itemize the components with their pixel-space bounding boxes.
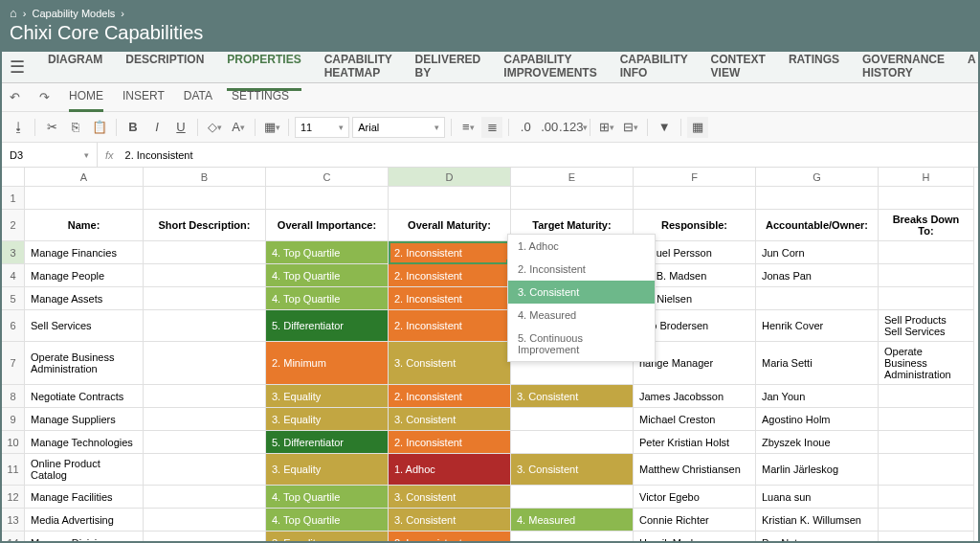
- cell-breaks-down[interactable]: Operate Business Administration: [879, 342, 974, 385]
- grid-icon[interactable]: ▦: [687, 117, 708, 138]
- cell-breaks-down[interactable]: Sell Products Sell Services: [879, 310, 974, 342]
- font-size-dropdown[interactable]: 11▾: [295, 117, 349, 138]
- cell-name[interactable]: Manage Divisions: [25, 532, 144, 543]
- cell-name[interactable]: Operate Business Administration: [25, 342, 144, 385]
- cell-importance[interactable]: 5. Differentiator: [266, 310, 389, 342]
- cell-maturity[interactable]: 3. Consistent: [389, 342, 511, 385]
- cell-name[interactable]: Manage Financies: [25, 241, 144, 264]
- main-tab-capability-info[interactable]: CAPABILITY INFO: [620, 44, 688, 91]
- row-header[interactable]: 6: [2, 310, 25, 342]
- cell-target-maturity[interactable]: [511, 532, 634, 543]
- cell-name[interactable]: Manage Facilities: [25, 486, 144, 509]
- cell-importance[interactable]: 3. Equality: [266, 408, 389, 431]
- cell-target-maturity[interactable]: 3. Consistent: [511, 454, 634, 486]
- cell-breaks-down[interactable]: [879, 454, 974, 486]
- cell-breaks-down[interactable]: [879, 486, 974, 509]
- cell-name[interactable]: Manage Technologies: [25, 431, 144, 454]
- cell-target-maturity[interactable]: [511, 408, 634, 431]
- cell[interactable]: [879, 187, 974, 210]
- underline-button[interactable]: U: [170, 117, 191, 138]
- col-header[interactable]: A: [25, 168, 144, 187]
- home-icon[interactable]: ⌂: [10, 6, 17, 20]
- row-header[interactable]: 1: [2, 187, 25, 210]
- cell-desc[interactable]: [144, 287, 266, 310]
- cell-name[interactable]: Sell Services: [25, 310, 144, 342]
- cell-name[interactable]: Manage People: [25, 264, 144, 287]
- cell-target-maturity[interactable]: [511, 431, 634, 454]
- redo-icon[interactable]: ↷: [39, 90, 50, 104]
- cell-responsible[interactable]: Victor Egebo: [634, 486, 756, 509]
- cell-responsible[interactable]: Michael Creston: [634, 408, 756, 431]
- cell-importance[interactable]: 4. Top Quartile: [266, 486, 389, 509]
- cell-accountable[interactable]: Zbyszek Inoue: [756, 431, 879, 454]
- decimal-decrease-icon[interactable]: .00: [539, 117, 560, 138]
- main-tab-delivered-by[interactable]: DELIVERED BY: [415, 44, 481, 91]
- cell-maturity[interactable]: 2. Inconsistent: [389, 287, 511, 310]
- cell-desc[interactable]: [144, 342, 266, 385]
- cell-desc[interactable]: [144, 385, 266, 408]
- paste-icon[interactable]: 📋: [89, 117, 110, 138]
- row-header[interactable]: 3: [2, 241, 25, 264]
- cell-maturity[interactable]: 2. Inconsistent: [389, 431, 511, 454]
- dropdown-item[interactable]: 5. Continuous Improvement: [508, 327, 655, 361]
- breadcrumb-item[interactable]: Capability Models: [33, 8, 116, 19]
- cell-name[interactable]: Media Advertising: [25, 509, 144, 532]
- copy-icon[interactable]: ⎘: [65, 117, 86, 138]
- cell-accountable[interactable]: Jonas Pan: [756, 264, 879, 287]
- cell[interactable]: [266, 187, 389, 210]
- main-tab-governance-history[interactable]: GOVERNANCE HISTORY: [862, 44, 945, 91]
- cell-responsible[interactable]: Peter Kristian Holst: [634, 431, 756, 454]
- cell-breaks-down[interactable]: [879, 509, 974, 532]
- main-tab-context-view[interactable]: CONTEXT VIEW: [711, 44, 766, 91]
- cell-name[interactable]: Online Product Catalog: [25, 454, 144, 486]
- cell-breaks-down[interactable]: [879, 408, 974, 431]
- cell-importance[interactable]: 4. Top Quartile: [266, 241, 389, 264]
- col-header[interactable]: D: [389, 168, 511, 187]
- decimal-increase-icon[interactable]: .0: [515, 117, 536, 138]
- cell-importance[interactable]: 3. Equality: [266, 532, 389, 543]
- cell-accountable[interactable]: Jan Youn: [756, 385, 879, 408]
- filter-icon[interactable]: ▼: [654, 117, 675, 138]
- cell-desc[interactable]: [144, 310, 266, 342]
- cell-responsible[interactable]: Connie Richter: [634, 509, 756, 532]
- cell-maturity[interactable]: 2. Inconsistent: [389, 532, 511, 543]
- cell-name[interactable]: Negotiate Contracts: [25, 385, 144, 408]
- cell[interactable]: [144, 187, 266, 210]
- cell-maturity[interactable]: 1. Adhoc: [389, 454, 511, 486]
- main-tab-ratings[interactable]: RATINGS: [789, 44, 839, 91]
- row-header[interactable]: 11: [2, 454, 25, 486]
- cell-breaks-down[interactable]: [879, 241, 974, 264]
- cell-importance[interactable]: 4. Top Quartile: [266, 264, 389, 287]
- cell-accountable[interactable]: Per Natur: [756, 532, 879, 543]
- cell-desc[interactable]: [144, 241, 266, 264]
- cell-accountable[interactable]: Marlin Järleskog: [756, 454, 879, 486]
- cell-importance[interactable]: 4. Top Quartile: [266, 287, 389, 310]
- cell-target-maturity[interactable]: [511, 486, 634, 509]
- fill-color-icon[interactable]: ◇ ▾: [204, 117, 225, 138]
- cell-desc[interactable]: [144, 264, 266, 287]
- row-header[interactable]: 8: [2, 385, 25, 408]
- cell-accountable[interactable]: Luana sun: [756, 486, 879, 509]
- font-name-dropdown[interactable]: Arial▾: [352, 117, 445, 138]
- row-header[interactable]: 7: [2, 342, 25, 385]
- cell-reference[interactable]: D3 ▾: [2, 143, 98, 167]
- cell-breaks-down[interactable]: [879, 264, 974, 287]
- menu-icon[interactable]: ☰: [10, 57, 25, 78]
- cell-desc[interactable]: [144, 532, 266, 543]
- sub-tab-insert[interactable]: INSERT: [122, 82, 165, 112]
- row-header[interactable]: 14: [2, 532, 25, 543]
- chevron-down-icon[interactable]: ▾: [84, 150, 89, 160]
- dropdown-item[interactable]: 1. Adhoc: [508, 235, 655, 258]
- row-header[interactable]: 13: [2, 509, 25, 532]
- cell-maturity[interactable]: 2. Inconsistent: [389, 264, 511, 287]
- cell-maturity[interactable]: 2. Inconsistent: [389, 241, 511, 264]
- dropdown-item[interactable]: 2. Inconsistent: [508, 258, 655, 281]
- cell-desc[interactable]: [144, 431, 266, 454]
- main-tab-capability-heatmap[interactable]: CAPABILITY HEATMAP: [324, 44, 392, 91]
- cell-desc[interactable]: [144, 509, 266, 532]
- freeze-icon[interactable]: ⊞ ▾: [596, 117, 617, 138]
- cell[interactable]: [756, 187, 879, 210]
- col-header[interactable]: F: [634, 168, 756, 187]
- cell-accountable[interactable]: [756, 287, 879, 310]
- cell[interactable]: [634, 187, 756, 210]
